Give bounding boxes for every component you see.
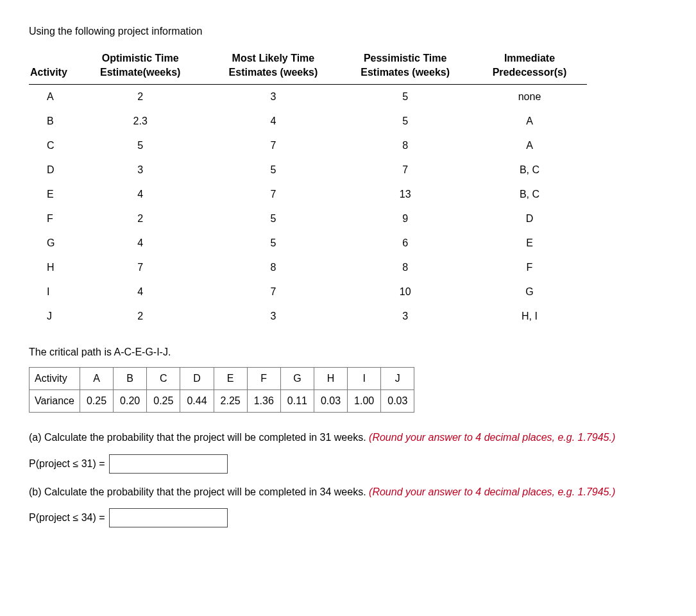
cell: F [472,255,587,280]
cell: F [29,207,72,231]
table-row: E4713B, C [29,182,587,207]
cell: B, C [472,182,587,207]
table-row: G456E [29,231,587,255]
variance-activity-cell: G [280,368,314,390]
cell: 7 [338,158,472,182]
answer-a-input[interactable] [109,454,228,474]
cell: A [29,85,72,110]
variance-activity-cell: B [114,368,147,390]
cell: 8 [338,133,472,158]
cell: 7 [72,255,208,280]
cell: I [29,280,72,304]
cell: none [472,85,587,110]
answer-b-input[interactable] [109,508,228,527]
cell: 3 [72,158,208,182]
intro-text: Using the following project information [29,26,667,37]
variance-value-cell: 0.20 [114,390,147,413]
table-row: J233H, I [29,304,587,329]
project-table: Activity Optimistic Time Estimate(weeks)… [29,49,587,329]
variance-value-cell: 0.44 [180,390,214,413]
cell: 5 [208,158,339,182]
cell: C [29,133,72,158]
cell: H, I [472,304,587,329]
cell: 8 [338,255,472,280]
cell: 4 [72,280,208,304]
question-b-text: (b) Calculate the probability that the p… [29,486,366,497]
cell: 2.3 [72,109,208,133]
cell: 6 [338,231,472,255]
variance-activity-cell: E [214,368,247,390]
variance-activity-cell: F [247,368,280,390]
cell: 5 [208,231,339,255]
cell: 7 [208,133,339,158]
critical-path-text: The critical path is A-C-E-G-I-J. [29,346,667,358]
table-row: D357B, C [29,158,587,182]
table-row: C578A [29,133,587,158]
cell: E [29,182,72,207]
cell: 7 [208,280,339,304]
cell: D [472,207,587,231]
cell: A [472,133,587,158]
cell: 5 [338,109,472,133]
variance-value-cell: 0.03 [314,390,347,413]
cell: 4 [72,231,208,255]
variance-activity-cell: H [314,368,347,390]
variance-row-activity-label: Activity [30,368,80,390]
cell: B, C [472,158,587,182]
col-activity: Activity [29,49,72,85]
variance-value-cell: 0.25 [147,390,180,413]
cell: 8 [208,255,339,280]
col-most-likely: Most Likely Time Estimates (weeks) [208,49,339,85]
variance-activity-cell: I [348,368,381,390]
question-b-hint: (Round your answer to 4 decimal places, … [369,486,615,497]
question-a-text: (a) Calculate the probability that the p… [29,432,366,443]
cell: 2 [72,85,208,110]
cell: 3 [208,304,339,329]
cell: 5 [72,133,208,158]
cell: 9 [338,207,472,231]
cell: 2 [72,304,208,329]
cell: 2 [72,207,208,231]
cell: E [472,231,587,255]
variance-table: Activity ABCDEFGHIJ Variance 0.250.200.2… [29,367,414,413]
variance-activity-cell: D [180,368,214,390]
cell: 10 [338,280,472,304]
cell: 3 [338,304,472,329]
cell: H [29,255,72,280]
question-a: (a) Calculate the probability that the p… [29,431,667,445]
variance-value-cell: 2.25 [214,390,247,413]
cell: B [29,109,72,133]
variance-value-cell: 1.00 [348,390,381,413]
question-b-label: P(project ≤ 34) = [29,512,105,524]
cell: G [472,280,587,304]
variance-value-cell: 0.25 [80,390,113,413]
table-row: I4710G [29,280,587,304]
col-pessimistic: Pessimistic Time Estimates (weeks) [338,49,472,85]
col-predecessor: Immediate Predecessor(s) [472,49,587,85]
cell: 5 [338,85,472,110]
question-a-label: P(project ≤ 31) = [29,458,105,470]
variance-activity-cell: C [147,368,180,390]
question-a-hint: (Round your answer to 4 decimal places, … [369,432,615,443]
variance-activity-cell: A [80,368,113,390]
table-row: F259D [29,207,587,231]
cell: 7 [208,182,339,207]
cell: G [29,231,72,255]
cell: 5 [208,207,339,231]
table-row: B2.345A [29,109,587,133]
cell: J [29,304,72,329]
cell: 13 [338,182,472,207]
col-optimistic: Optimistic Time Estimate(weeks) [72,49,208,85]
cell: 4 [208,109,339,133]
table-row: H788F [29,255,587,280]
table-row: A235none [29,85,587,110]
cell: D [29,158,72,182]
variance-value-cell: 0.11 [280,390,314,413]
cell: 4 [72,182,208,207]
cell: A [472,109,587,133]
variance-value-cell: 0.03 [381,390,414,413]
variance-row-variance-label: Variance [30,390,80,413]
variance-activity-cell: J [381,368,414,390]
cell: 3 [208,85,339,110]
question-b: (b) Calculate the probability that the p… [29,485,667,499]
